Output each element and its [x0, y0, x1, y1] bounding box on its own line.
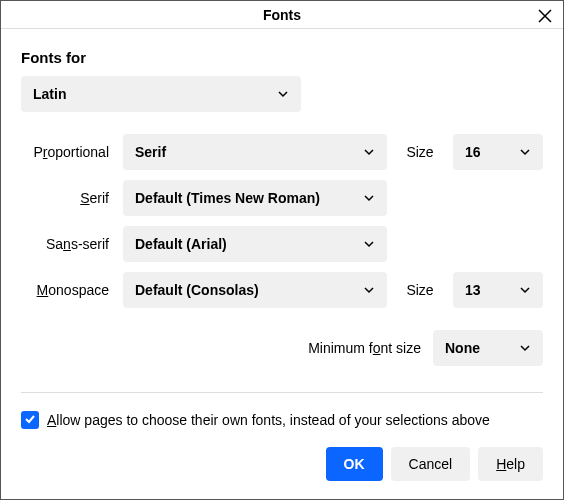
proportional-size-select[interactable]: 16: [453, 134, 543, 170]
minimum-font-select[interactable]: None: [433, 330, 543, 366]
monospace-select[interactable]: Default (Consolas): [123, 272, 387, 308]
chevron-down-icon: [363, 146, 375, 158]
close-icon: [538, 9, 552, 26]
chevron-down-icon: [277, 88, 289, 100]
dialog-title: Fonts: [263, 7, 301, 23]
monospace-size-value: 13: [465, 282, 481, 298]
language-select[interactable]: Latin: [21, 76, 301, 112]
proportional-label: Proportional: [21, 144, 113, 160]
monospace-size-select[interactable]: 13: [453, 272, 543, 308]
proportional-size-label: Size: [397, 144, 443, 160]
minimum-font-value: None: [445, 340, 480, 356]
check-icon: [24, 412, 36, 428]
chevron-down-icon: [519, 284, 531, 296]
dialog-content: Fonts for Latin Proportional Serif Size …: [1, 29, 563, 429]
chevron-down-icon: [363, 238, 375, 250]
allow-pages-checkbox[interactable]: [21, 411, 39, 429]
divider: [21, 392, 543, 393]
chevron-down-icon: [519, 342, 531, 354]
close-button[interactable]: [535, 7, 555, 27]
chevron-down-icon: [363, 192, 375, 204]
serif-value: Default (Times New Roman): [135, 190, 320, 206]
minimum-font-row: Minimum font size None: [21, 330, 543, 366]
sansserif-value: Default (Arial): [135, 236, 227, 252]
ok-button[interactable]: OK: [326, 447, 383, 481]
cancel-button[interactable]: Cancel: [391, 447, 471, 481]
sansserif-label: Sans-serif: [21, 236, 113, 252]
proportional-select[interactable]: Serif: [123, 134, 387, 170]
monospace-label: Monospace: [21, 282, 113, 298]
serif-label: Serif: [21, 190, 113, 206]
serif-select[interactable]: Default (Times New Roman): [123, 180, 387, 216]
minimum-font-label: Minimum font size: [308, 340, 421, 356]
language-value: Latin: [33, 86, 66, 102]
chevron-down-icon: [363, 284, 375, 296]
chevron-down-icon: [519, 146, 531, 158]
allow-pages-row: Allow pages to choose their own fonts, i…: [21, 411, 543, 429]
monospace-value: Default (Consolas): [135, 282, 259, 298]
titlebar: Fonts: [1, 1, 563, 29]
fonts-grid: Proportional Serif Size 16 Serif Default…: [21, 134, 543, 308]
allow-pages-label: Allow pages to choose their own fonts, i…: [47, 412, 490, 428]
sansserif-select[interactable]: Default (Arial): [123, 226, 387, 262]
dialog-footer: OK Cancel Help: [1, 429, 563, 499]
monospace-size-label: Size: [397, 282, 443, 298]
fonts-for-label: Fonts for: [21, 49, 543, 66]
proportional-value: Serif: [135, 144, 166, 160]
proportional-size-value: 16: [465, 144, 481, 160]
help-button[interactable]: Help: [478, 447, 543, 481]
fonts-dialog: Fonts Fonts for Latin Proportional Serif…: [0, 0, 564, 500]
